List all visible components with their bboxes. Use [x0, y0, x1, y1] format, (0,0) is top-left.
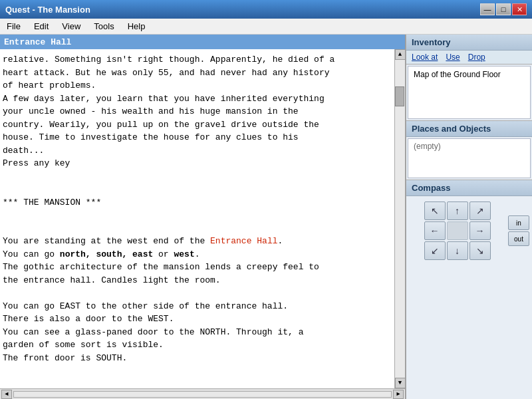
look-at-button[interactable]: Look at — [409, 52, 440, 63]
compass-sw-button[interactable]: ↙ — [424, 241, 446, 260]
compass-center-button — [447, 221, 468, 240]
location-title: Entrance Hall — [4, 37, 71, 47]
main-layout: Entrance Hall relative. Something isn't … — [0, 35, 532, 399]
compass-w-button[interactable]: ← — [424, 221, 446, 240]
window-controls: — □ ✕ — [480, 3, 527, 15]
scroll-up-button[interactable]: ▲ — [395, 49, 406, 60]
use-button[interactable]: Use — [443, 52, 462, 63]
game-text[interactable]: relative. Something isn't right though. … — [0, 49, 394, 388]
inventory-section: Inventory Look at Use Drop Map of the Gr… — [406, 35, 532, 121]
menubar: File Edit View Tools Help — [0, 19, 532, 35]
menu-edit[interactable]: Edit — [27, 19, 55, 34]
places-objects-section: Places and Objects (empty) — [406, 121, 532, 180]
scroll-right-button[interactable]: ► — [393, 390, 404, 399]
compass-side-buttons: in out — [508, 210, 532, 251]
menu-help[interactable]: Help — [121, 19, 152, 34]
compass-nw-button[interactable]: ↖ — [424, 201, 446, 220]
places-objects-header: Places and Objects — [406, 121, 532, 137]
compass-e-button[interactable]: → — [469, 221, 491, 240]
inventory-header: Inventory — [406, 35, 532, 51]
close-button[interactable]: ✕ — [512, 3, 527, 15]
scroll-left-button[interactable]: ◄ — [1, 390, 12, 399]
compass-grid: ↖ ↑ ↗ ← → ↙ ↓ ↘ — [419, 196, 496, 265]
window-title: Quest - The Mansion — [5, 5, 90, 15]
maximize-button[interactable]: □ — [496, 3, 511, 15]
places-objects-content: (empty) — [408, 138, 531, 178]
vertical-scrollbar[interactable]: ▲ ▼ — [394, 49, 405, 388]
right-panel: Inventory Look at Use Drop Map of the Gr… — [406, 35, 532, 399]
menu-tools[interactable]: Tools — [87, 19, 120, 34]
compass-n-button[interactable]: ↑ — [447, 201, 468, 220]
compass-ne-button[interactable]: ↗ — [469, 201, 491, 220]
compass-s-button[interactable]: ↓ — [447, 241, 468, 260]
hscroll-track[interactable] — [13, 391, 392, 398]
left-panel: Entrance Hall relative. Something isn't … — [0, 35, 406, 399]
inventory-actions: Look at Use Drop — [406, 51, 532, 65]
scroll-track[interactable] — [395, 60, 405, 378]
location-header: Entrance Hall — [0, 35, 405, 49]
scroll-thumb[interactable] — [395, 86, 404, 106]
menu-view[interactable]: View — [55, 19, 87, 34]
drop-button[interactable]: Drop — [466, 52, 488, 63]
inventory-item-0[interactable]: Map of the Ground Floor — [414, 69, 525, 80]
compass-in-button[interactable]: in — [508, 215, 529, 230]
compass-area: ↖ ↑ ↗ ← → ↙ ↓ ↘ in out — [406, 196, 532, 265]
scroll-down-button[interactable]: ▼ — [395, 378, 406, 388]
titlebar: Quest - The Mansion — □ ✕ — [0, 0, 532, 19]
inventory-items: Map of the Ground Floor — [408, 66, 531, 119]
compass-out-button[interactable]: out — [508, 231, 529, 246]
compass-se-button[interactable]: ↘ — [469, 241, 491, 260]
menu-file[interactable]: File — [0, 19, 27, 34]
horizontal-scrollbar[interactable]: ◄ ► — [0, 388, 405, 399]
compass-header: Compass — [406, 180, 532, 196]
compass-section: Compass ↖ ↑ ↗ ← → ↙ ↓ ↘ in out — [406, 180, 532, 399]
game-text-area: relative. Something isn't right though. … — [0, 49, 405, 388]
minimize-button[interactable]: — — [480, 3, 495, 15]
